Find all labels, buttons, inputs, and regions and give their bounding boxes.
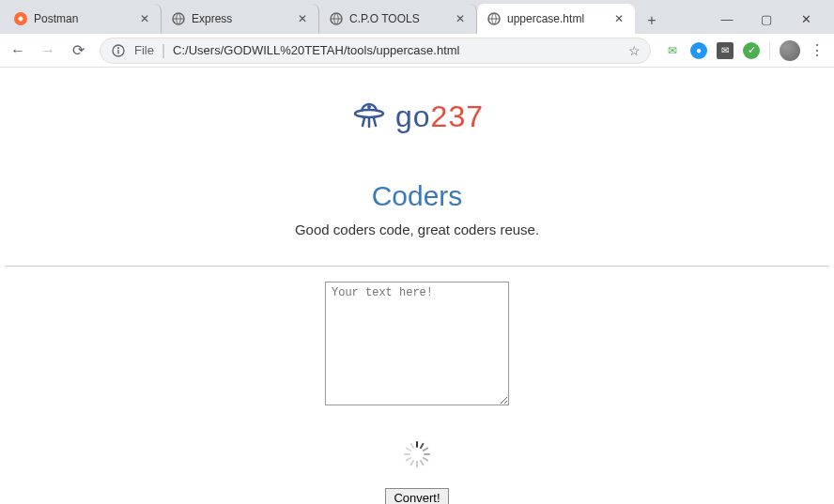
logo-text: go237 — [395, 99, 484, 134]
info-icon — [110, 42, 127, 59]
close-window-button[interactable]: ✕ — [795, 9, 817, 28]
svg-point-7 — [355, 110, 383, 117]
convert-button[interactable]: Convert! — [385, 488, 448, 504]
scheme-label: File — [134, 43, 154, 57]
reload-button[interactable]: ⟳ — [70, 42, 86, 59]
profile-avatar[interactable] — [780, 40, 800, 61]
tab-express[interactable]: Express ✕ — [162, 4, 319, 34]
svg-point-5 — [117, 47, 119, 49]
extensions: ✉ ● ✉ ✓ ⋮ — [664, 40, 825, 61]
logo-suffix: 237 — [431, 99, 484, 133]
svg-line-11 — [374, 118, 376, 126]
tab-title: Express — [192, 12, 290, 25]
menu-button[interactable]: ⋮ — [810, 41, 825, 59]
tab-title: Postman — [34, 12, 132, 25]
globe-icon — [486, 11, 502, 26]
forward-button[interactable]: → — [39, 42, 56, 59]
text-input[interactable] — [325, 282, 509, 405]
close-icon[interactable]: ✕ — [296, 12, 309, 25]
tab-postman[interactable]: Postman ✕ — [4, 4, 162, 34]
close-icon[interactable]: ✕ — [138, 12, 151, 25]
extension-icon[interactable]: ✉ — [717, 42, 734, 59]
extension-icon[interactable]: ● — [690, 42, 707, 59]
close-icon[interactable]: ✕ — [454, 12, 467, 25]
extension-icon[interactable]: ✉ — [664, 42, 681, 59]
minimize-button[interactable]: — — [716, 9, 738, 28]
tagline: Good coders code, great coders reuse. — [0, 221, 834, 237]
address-bar[interactable]: File | C:/Users/GODWILL%20TETAH/tools/up… — [100, 38, 651, 64]
svg-rect-6 — [117, 50, 118, 54]
postman-icon — [13, 11, 28, 26]
tab-uppercase[interactable]: uppercase.html ✕ — [477, 4, 635, 34]
new-tab-button[interactable]: + — [639, 8, 665, 34]
extension-icon[interactable]: ✓ — [743, 42, 760, 59]
bookmark-star-icon[interactable]: ☆ — [628, 43, 641, 58]
divider — [6, 266, 828, 267]
tab-cpo-tools[interactable]: C.P.O TOOLS ✕ — [319, 4, 477, 34]
logo-prefix: go — [395, 99, 431, 133]
tab-title: uppercase.html — [507, 12, 607, 25]
page-content: go237 Coders Good coders code, great cod… — [0, 68, 834, 504]
globe-icon — [171, 11, 186, 26]
window-controls: — ▢ ✕ — [716, 9, 830, 34]
separator: | — [162, 42, 165, 59]
loading-spinner-icon — [404, 441, 430, 467]
url-text: C:/Users/GODWILL%20TETAH/tools/uppercase… — [173, 43, 621, 57]
back-button[interactable]: ← — [9, 42, 26, 59]
logo: go237 — [0, 96, 834, 137]
svg-point-8 — [367, 105, 371, 109]
tab-bar: Postman ✕ Express ✕ C.P.O TOOLS ✕ upperc… — [0, 0, 834, 34]
maximize-button[interactable]: ▢ — [755, 9, 778, 28]
globe-icon — [329, 11, 344, 26]
page-heading: Coders — [0, 180, 834, 212]
divider — [769, 42, 770, 59]
svg-line-9 — [363, 118, 364, 126]
ufo-icon — [350, 96, 388, 137]
close-icon[interactable]: ✕ — [612, 12, 626, 25]
form-area: Convert! — [0, 282, 834, 504]
nav-bar: ← → ⟳ File | C:/Users/GODWILL%20TETAH/to… — [0, 34, 834, 68]
tab-title: C.P.O TOOLS — [349, 12, 448, 25]
